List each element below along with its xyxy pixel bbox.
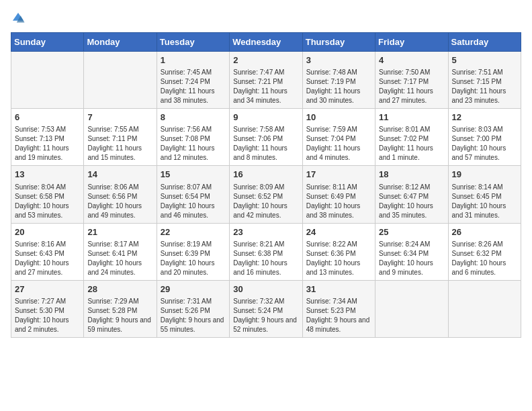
calendar-cell: 14Sunrise: 8:06 AM Sunset: 6:56 PM Dayli… <box>84 166 157 223</box>
calendar-cell <box>11 52 84 109</box>
day-number: 28 <box>87 283 152 295</box>
calendar-cell <box>448 280 521 337</box>
header-day-monday: Monday <box>84 33 157 52</box>
page-header <box>11 11 521 26</box>
week-row-2: 6Sunrise: 7:53 AM Sunset: 7:13 PM Daylig… <box>11 109 521 166</box>
calendar-cell: 6Sunrise: 7:53 AM Sunset: 7:13 PM Daylig… <box>11 109 84 166</box>
day-number: 31 <box>306 283 371 295</box>
calendar-cell: 18Sunrise: 8:12 AM Sunset: 6:47 PM Dayli… <box>375 166 448 223</box>
day-number: 7 <box>87 111 152 124</box>
header-day-wednesday: Wednesday <box>230 33 302 52</box>
day-number: 19 <box>452 169 517 181</box>
header-day-thursday: Thursday <box>302 33 375 52</box>
day-number: 24 <box>306 226 371 238</box>
day-info: Sunrise: 8:06 AM Sunset: 6:56 PM Dayligh… <box>87 183 152 220</box>
calendar-cell: 16Sunrise: 8:09 AM Sunset: 6:52 PM Dayli… <box>230 166 302 223</box>
day-number: 22 <box>161 226 226 238</box>
day-info: Sunrise: 8:12 AM Sunset: 6:47 PM Dayligh… <box>379 183 444 220</box>
day-info: Sunrise: 7:55 AM Sunset: 7:11 PM Dayligh… <box>87 125 152 163</box>
header-day-tuesday: Tuesday <box>157 33 229 52</box>
calendar-table: SundayMondayTuesdayWednesdayThursdayFrid… <box>11 32 521 338</box>
day-number: 9 <box>233 111 298 124</box>
calendar-cell: 13Sunrise: 8:04 AM Sunset: 6:58 PM Dayli… <box>11 166 84 223</box>
day-info: Sunrise: 8:09 AM Sunset: 6:52 PM Dayligh… <box>233 183 298 220</box>
week-row-4: 20Sunrise: 8:16 AM Sunset: 6:43 PM Dayli… <box>11 223 521 280</box>
calendar-cell: 1Sunrise: 7:45 AM Sunset: 7:24 PM Daylig… <box>157 52 229 109</box>
calendar-cell: 7Sunrise: 7:55 AM Sunset: 7:11 PM Daylig… <box>84 109 157 166</box>
day-info: Sunrise: 7:48 AM Sunset: 7:19 PM Dayligh… <box>306 68 371 105</box>
calendar-cell: 22Sunrise: 8:19 AM Sunset: 6:39 PM Dayli… <box>157 223 229 280</box>
day-number: 26 <box>452 226 517 238</box>
calendar-cell: 27Sunrise: 7:27 AM Sunset: 5:30 PM Dayli… <box>11 280 84 337</box>
day-number: 13 <box>15 169 80 181</box>
day-info: Sunrise: 7:27 AM Sunset: 5:30 PM Dayligh… <box>15 297 80 334</box>
calendar-cell: 5Sunrise: 7:51 AM Sunset: 7:15 PM Daylig… <box>448 52 521 109</box>
header-day-sunday: Sunday <box>11 33 84 52</box>
calendar-cell <box>84 52 157 109</box>
header-day-saturday: Saturday <box>448 33 521 52</box>
day-number: 12 <box>452 111 517 124</box>
day-info: Sunrise: 7:32 AM Sunset: 5:24 PM Dayligh… <box>233 297 298 334</box>
day-info: Sunrise: 8:22 AM Sunset: 6:36 PM Dayligh… <box>306 240 371 277</box>
calendar-cell: 15Sunrise: 8:07 AM Sunset: 6:54 PM Dayli… <box>157 166 229 223</box>
calendar-cell: 12Sunrise: 8:03 AM Sunset: 7:00 PM Dayli… <box>448 109 521 166</box>
day-number: 10 <box>306 111 371 124</box>
calendar-cell: 2Sunrise: 7:47 AM Sunset: 7:21 PM Daylig… <box>230 52 302 109</box>
day-number: 15 <box>161 169 226 181</box>
day-info: Sunrise: 7:47 AM Sunset: 7:21 PM Dayligh… <box>233 68 298 105</box>
day-info: Sunrise: 7:45 AM Sunset: 7:24 PM Dayligh… <box>161 68 226 105</box>
day-number: 8 <box>161 111 226 124</box>
calendar-cell: 30Sunrise: 7:32 AM Sunset: 5:24 PM Dayli… <box>230 280 302 337</box>
day-info: Sunrise: 7:56 AM Sunset: 7:08 PM Dayligh… <box>161 125 226 163</box>
day-info: Sunrise: 8:07 AM Sunset: 6:54 PM Dayligh… <box>161 183 226 220</box>
day-number: 1 <box>161 54 226 66</box>
day-number: 29 <box>161 283 226 295</box>
calendar-cell: 31Sunrise: 7:34 AM Sunset: 5:23 PM Dayli… <box>302 280 375 337</box>
day-info: Sunrise: 8:04 AM Sunset: 6:58 PM Dayligh… <box>15 183 80 220</box>
calendar-cell: 17Sunrise: 8:11 AM Sunset: 6:49 PM Dayli… <box>302 166 375 223</box>
day-number: 17 <box>306 169 371 181</box>
day-info: Sunrise: 7:34 AM Sunset: 5:23 PM Dayligh… <box>306 297 371 334</box>
week-row-5: 27Sunrise: 7:27 AM Sunset: 5:30 PM Dayli… <box>11 280 521 337</box>
week-row-3: 13Sunrise: 8:04 AM Sunset: 6:58 PM Dayli… <box>11 166 521 223</box>
calendar-cell: 11Sunrise: 8:01 AM Sunset: 7:02 PM Dayli… <box>375 109 448 166</box>
day-info: Sunrise: 8:14 AM Sunset: 6:45 PM Dayligh… <box>452 183 517 220</box>
day-info: Sunrise: 7:51 AM Sunset: 7:15 PM Dayligh… <box>452 68 517 105</box>
calendar-cell: 8Sunrise: 7:56 AM Sunset: 7:08 PM Daylig… <box>157 109 229 166</box>
day-info: Sunrise: 7:31 AM Sunset: 5:26 PM Dayligh… <box>161 297 226 334</box>
calendar-cell: 21Sunrise: 8:17 AM Sunset: 6:41 PM Dayli… <box>84 223 157 280</box>
day-number: 21 <box>87 226 152 238</box>
calendar-cell: 29Sunrise: 7:31 AM Sunset: 5:26 PM Dayli… <box>157 280 229 337</box>
day-info: Sunrise: 7:50 AM Sunset: 7:17 PM Dayligh… <box>379 68 444 105</box>
day-info: Sunrise: 8:17 AM Sunset: 6:41 PM Dayligh… <box>87 240 152 277</box>
calendar-cell: 24Sunrise: 8:22 AM Sunset: 6:36 PM Dayli… <box>302 223 375 280</box>
day-number: 25 <box>379 226 444 238</box>
day-number: 2 <box>233 54 298 66</box>
day-number: 3 <box>306 54 371 66</box>
day-number: 5 <box>452 54 517 66</box>
day-info: Sunrise: 8:26 AM Sunset: 6:32 PM Dayligh… <box>452 240 517 277</box>
day-number: 4 <box>379 54 444 66</box>
day-info: Sunrise: 8:24 AM Sunset: 6:34 PM Dayligh… <box>379 240 444 277</box>
day-number: 20 <box>15 226 80 238</box>
day-info: Sunrise: 8:01 AM Sunset: 7:02 PM Dayligh… <box>379 125 444 163</box>
day-info: Sunrise: 8:16 AM Sunset: 6:43 PM Dayligh… <box>15 240 80 277</box>
day-number: 18 <box>379 169 444 181</box>
calendar-cell: 23Sunrise: 8:21 AM Sunset: 6:38 PM Dayli… <box>230 223 302 280</box>
logo-icon <box>11 11 26 26</box>
day-number: 23 <box>233 226 298 238</box>
day-number: 14 <box>87 169 152 181</box>
day-number: 30 <box>233 283 298 295</box>
header-row: SundayMondayTuesdayWednesdayThursdayFrid… <box>11 33 521 52</box>
day-info: Sunrise: 8:11 AM Sunset: 6:49 PM Dayligh… <box>306 183 371 220</box>
calendar-header: SundayMondayTuesdayWednesdayThursdayFrid… <box>11 33 521 52</box>
calendar-cell: 4Sunrise: 7:50 AM Sunset: 7:17 PM Daylig… <box>375 52 448 109</box>
day-info: Sunrise: 7:58 AM Sunset: 7:06 PM Dayligh… <box>233 125 298 163</box>
logo <box>11 11 28 26</box>
calendar-cell: 25Sunrise: 8:24 AM Sunset: 6:34 PM Dayli… <box>375 223 448 280</box>
day-info: Sunrise: 7:53 AM Sunset: 7:13 PM Dayligh… <box>15 125 80 163</box>
calendar-body: 1Sunrise: 7:45 AM Sunset: 7:24 PM Daylig… <box>11 52 521 338</box>
day-info: Sunrise: 8:19 AM Sunset: 6:39 PM Dayligh… <box>161 240 226 277</box>
day-number: 27 <box>15 283 80 295</box>
day-number: 6 <box>15 111 80 124</box>
